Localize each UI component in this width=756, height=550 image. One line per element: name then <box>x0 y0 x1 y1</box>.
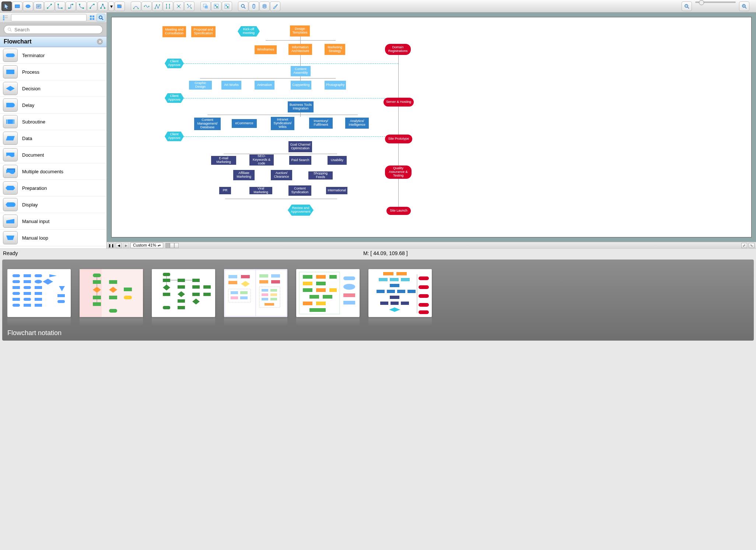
eyedropper-tool[interactable] <box>270 1 280 11</box>
export-tool[interactable] <box>115 1 125 11</box>
gallery-thumb[interactable] <box>80 269 143 317</box>
pause-icon[interactable]: ❚❚ <box>108 243 114 248</box>
connector-2-tool[interactable] <box>55 1 65 11</box>
diagram-node[interactable]: Animation <box>255 81 274 90</box>
shape-item-terminator[interactable]: Terminator <box>0 47 106 64</box>
diagram-node[interactable]: Affiliate Marketing <box>233 170 255 180</box>
diagram-node[interactable]: Client Approve <box>165 132 184 141</box>
curve-3-tool[interactable] <box>152 1 162 11</box>
diagram-node[interactable]: Shopping Feeds <box>308 171 333 180</box>
diagram-node[interactable]: Meeting and Consultation <box>162 26 186 37</box>
shape-item-preparation[interactable]: Preparation <box>0 180 106 196</box>
diagram-node[interactable]: Auction/ Clearance <box>271 170 292 180</box>
node-edit-tool[interactable] <box>163 1 173 11</box>
diagram-node[interactable]: Business Tools Integration <box>288 101 314 112</box>
connector-5-tool[interactable] <box>87 1 97 11</box>
pan-tool[interactable] <box>249 1 259 11</box>
next-page-icon[interactable]: ▶ <box>123 243 129 248</box>
connector-3-tool[interactable] <box>66 1 76 11</box>
diagram-node[interactable]: Kick-off meeting <box>238 26 260 36</box>
shape-item-data[interactable]: Data <box>0 130 106 147</box>
section-header[interactable]: Flowchart ✕ <box>0 36 106 47</box>
diagram-node[interactable]: Paid Search <box>289 156 311 165</box>
group-3-tool[interactable] <box>222 1 232 11</box>
diagram-node[interactable]: International <box>326 187 347 194</box>
zoom-level-select[interactable]: Custom 41%▴▾ <box>130 243 163 248</box>
layers-tool[interactable] <box>259 1 270 11</box>
connector-6-tool[interactable] <box>98 1 108 11</box>
shape-item-display[interactable]: Display <box>0 196 106 213</box>
gallery-thumb[interactable] <box>368 269 432 317</box>
diagram-node[interactable]: SEO-Keywords & code <box>249 154 274 166</box>
zoom-out-button[interactable] <box>682 1 692 11</box>
diagram-node[interactable]: Client Approve <box>165 93 184 103</box>
diagram-node[interactable]: Graphic Design <box>189 81 212 90</box>
diagram-node[interactable]: Photography <box>325 81 346 90</box>
shape-item-manualloop[interactable]: Manual loop <box>0 230 106 246</box>
prev-page-icon[interactable]: ◀ <box>116 243 122 248</box>
diagram-node[interactable]: Art Works <box>221 81 241 90</box>
diagram-node[interactable]: Marketing Strategy <box>325 44 345 55</box>
diagram-node[interactable]: Domain Registrations <box>385 44 411 55</box>
shape-item-delay[interactable]: Delay <box>0 97 106 114</box>
expand-1-icon[interactable]: ⤢ <box>741 243 747 248</box>
join-tool[interactable] <box>174 1 184 11</box>
shape-item-subroutine[interactable]: Subroutine <box>0 114 106 130</box>
view-mode-3[interactable] <box>174 243 179 248</box>
diagram-node[interactable]: Information Architecture <box>288 44 312 55</box>
diagram-node[interactable]: Intranet Syndication/ Wikis <box>271 117 294 130</box>
connector-1-tool[interactable] <box>44 1 55 11</box>
shape-item-multidoc[interactable]: Multiple documents <box>0 163 106 180</box>
connector-dropdown-tool[interactable]: ▾ <box>108 1 114 11</box>
canvas[interactable]: Meeting and ConsultationProposal and Spe… <box>111 17 752 237</box>
diagram-node[interactable]: Client Approve <box>165 59 184 68</box>
expand-2-icon[interactable]: ⤡ <box>749 243 755 248</box>
diagram-node[interactable]: Viral Marketing <box>249 187 272 194</box>
zoom-slider[interactable] <box>695 1 736 3</box>
diagram-node[interactable]: Inventory/ Fulfilment <box>309 118 333 129</box>
gallery-thumb[interactable] <box>224 269 287 317</box>
gallery-thumb[interactable] <box>296 269 360 317</box>
connector-4-tool[interactable] <box>76 1 87 11</box>
diagram-node[interactable]: Site Launch <box>386 207 411 215</box>
text-tool[interactable] <box>34 1 44 11</box>
gallery-thumb[interactable] <box>152 269 215 317</box>
diagram-node[interactable]: Quality Assurance & Testing <box>385 166 412 179</box>
view-mode-2[interactable] <box>170 243 174 248</box>
diagram-node[interactable]: E-mail Marketing <box>211 156 236 165</box>
group-2-tool[interactable] <box>211 1 221 11</box>
diagram-node[interactable]: Site Prototype <box>385 135 412 143</box>
zoom-tool[interactable] <box>238 1 248 11</box>
view-mode-1[interactable] <box>165 243 170 248</box>
diagram-node[interactable]: PR <box>219 187 231 194</box>
shape-item-document[interactable]: Document <box>0 147 106 163</box>
group-1-tool[interactable] <box>200 1 211 11</box>
diagram-node[interactable]: Copywriting <box>291 81 311 90</box>
diagram-node[interactable]: eCommerce <box>232 119 257 128</box>
shape-item-decision[interactable]: Decision <box>0 80 106 97</box>
diagram-node[interactable]: Design Templates <box>290 25 310 36</box>
diagram-node[interactable]: Content Syndication <box>288 185 311 196</box>
search-input[interactable] <box>14 27 99 33</box>
curve-2-tool[interactable] <box>141 1 152 11</box>
diagram-node[interactable]: Content Assembly <box>291 66 311 76</box>
diagram-node[interactable]: Wireframes <box>255 45 277 54</box>
diagram-node[interactable]: Analytics/ Intelligence <box>345 118 369 129</box>
diagram-node[interactable]: Server & Hosting <box>384 98 414 107</box>
curve-1-tool[interactable] <box>131 1 141 11</box>
search-box[interactable] <box>4 25 103 34</box>
panel-search-icon[interactable] <box>97 14 105 22</box>
diagram-node[interactable]: Content Management/ Database <box>194 118 221 130</box>
diagram-node[interactable]: Usability <box>328 156 347 165</box>
ellipse-tool[interactable] <box>23 1 33 11</box>
shape-item-manualinput[interactable]: Manual input <box>0 213 106 230</box>
rect-tool[interactable] <box>12 1 22 11</box>
tree-view-icon[interactable] <box>1 14 10 22</box>
diagram-node[interactable]: Goal Channel Optimization <box>288 141 312 152</box>
grid-view-icon[interactable] <box>88 14 97 22</box>
pointer-tool[interactable] <box>1 1 12 11</box>
shape-item-process[interactable]: Process <box>0 64 106 80</box>
diagram-node[interactable]: Proposal and Specification <box>191 26 216 37</box>
section-close-icon[interactable]: ✕ <box>97 39 103 45</box>
zoom-in-button[interactable] <box>739 1 749 11</box>
